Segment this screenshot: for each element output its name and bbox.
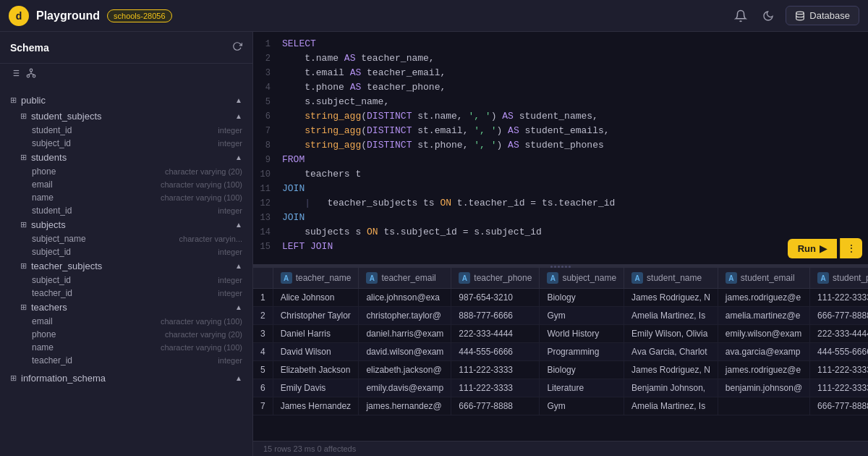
- table-item-teachers[interactable]: ⊞ teachers ▲: [0, 300, 252, 315]
- editor-lines: 1SELECT2 t.name AS teacher_name,3 t.emai…: [253, 38, 868, 255]
- line-content: string_agg(DISTINCT st.name, ', ') AS st…: [282, 111, 598, 122]
- table-item-students[interactable]: ⊞ students ▲: [0, 150, 252, 165]
- table-icon: ⊞: [20, 153, 27, 162]
- table-cell: Programming: [540, 343, 624, 361]
- table-cell: 222-333-4444,: [810, 325, 868, 343]
- table-item-teacher-subjects[interactable]: ⊞ teacher_subjects ▲: [0, 258, 252, 274]
- result-column-header: Astudent_email: [718, 268, 809, 289]
- result-column-header: Ateacher_name: [273, 268, 359, 289]
- table-cell: 111-222-3333,: [810, 379, 868, 397]
- result-column-header: Astudent_ph: [810, 268, 868, 289]
- column-t-email: email character varying (100): [0, 315, 252, 328]
- col-type-badge: A: [366, 272, 378, 284]
- run-label: Run: [798, 243, 816, 254]
- table-cell: ava.garcia@examp: [718, 343, 809, 361]
- table-cell: daniel.harris@exam: [359, 325, 451, 343]
- row-number: 7: [253, 397, 273, 415]
- refresh-icon[interactable]: [232, 41, 242, 54]
- column-phone: phone character varying (20): [0, 165, 252, 178]
- svg-point-0: [796, 12, 804, 14]
- run-icon: ▶: [820, 243, 827, 254]
- schema-group-information[interactable]: ⊞ information_schema ▲: [0, 370, 252, 387]
- line-number: 7: [253, 126, 282, 136]
- row-num-header: [253, 268, 273, 289]
- table-item-subjects[interactable]: ⊞ subjects ▲: [0, 217, 252, 232]
- svg-line-11: [28, 74, 31, 75]
- result-column-header: Ateacher_phone: [451, 268, 540, 289]
- schema-group-public[interactable]: ⊞ public ▲: [0, 92, 252, 109]
- table-cell: 666-777-8888: [810, 397, 868, 415]
- table-cell: amelia.martinez@e: [718, 307, 809, 325]
- line-number: 3: [253, 68, 282, 78]
- table-row: 7James Hernandezjames.hernandez@666-777-…: [253, 397, 868, 415]
- column-t-name: name character varying (100): [0, 341, 252, 354]
- results-table-wrap[interactable]: Ateacher_nameAteacher_emailAteacher_phon…: [253, 268, 868, 441]
- table-cell: Emily Davis: [273, 379, 359, 397]
- col-type-badge: A: [547, 272, 558, 284]
- column-student-id: student_id integer: [0, 124, 252, 137]
- line-content: teachers t: [282, 169, 361, 180]
- table-cell: emily.davis@examp: [359, 379, 451, 397]
- table-cell: james.rodriguez@e: [718, 361, 809, 379]
- table-item-student-subjects[interactable]: ⊞ student_subjects ▲: [0, 109, 252, 124]
- table-cell: Emily Wilson, Olivia: [624, 325, 718, 343]
- line-content: | teacher_subjects ts ON t.teacher_id = …: [282, 198, 615, 208]
- code-line: 3 t.email AS teacher_email,: [253, 67, 868, 81]
- code-editor[interactable]: 1SELECT2 t.name AS teacher_name,3 t.emai…: [253, 32, 868, 265]
- table-cell: james.hernandez@: [359, 397, 451, 415]
- table-row: 3Daniel Harrisdaniel.harris@exam222-333-…: [253, 325, 868, 343]
- run-button[interactable]: Run ▶: [788, 239, 837, 258]
- table-row: 4David Wilsondavid.wilson@exam444-555-66…: [253, 343, 868, 361]
- table-cell: Amelia Martinez, Is: [624, 397, 718, 415]
- right-panel: 1SELECT2 t.name AS teacher_name,3 t.emai…: [253, 32, 868, 456]
- line-number: 13: [253, 213, 282, 223]
- run-menu-button[interactable]: ⋮: [840, 238, 862, 258]
- theme-toggle-icon[interactable]: [758, 6, 778, 26]
- schema-section-information: ⊞ information_schema ▲: [0, 368, 252, 388]
- table-cell: Gym: [540, 307, 624, 325]
- database-button[interactable]: Database: [786, 6, 859, 25]
- notification-icon[interactable]: [731, 6, 751, 26]
- table-cell: 111-222-3333: [451, 379, 540, 397]
- table-cell: 111-222-3333,: [810, 361, 868, 379]
- line-content: JOIN: [282, 183, 305, 194]
- column-subject-id: subject_id integer: [0, 137, 252, 150]
- line-number: 5: [253, 97, 282, 107]
- sidebar: Schema ⊞ public ▲: [0, 32, 253, 456]
- sidebar-content: ⊞ public ▲ ⊞ student_subjects ▲ student_…: [0, 85, 252, 456]
- column-email: email character varying (100): [0, 178, 252, 191]
- table-cell: 444-555-6666: [451, 343, 540, 361]
- line-number: 4: [253, 83, 282, 93]
- app-title: Playground: [36, 9, 100, 22]
- results-table: Ateacher_nameAteacher_emailAteacher_phon…: [253, 268, 868, 415]
- list-icon[interactable]: [10, 68, 20, 80]
- table-cell: James Rodriguez, N: [624, 289, 718, 307]
- sidebar-header: Schema: [0, 32, 252, 64]
- column-student-id2: student_id integer: [0, 204, 252, 217]
- table-cell: emily.wilson@exam: [718, 325, 809, 343]
- table-icon: ⊞: [20, 220, 27, 229]
- table-cell: elizabeth.jackson@: [359, 361, 451, 379]
- app-logo: d: [9, 6, 29, 26]
- sidebar-tools: [0, 64, 252, 85]
- table-cell: Alice Johnson: [273, 289, 359, 307]
- table-cell: James Hernandez: [273, 397, 359, 415]
- line-content: LEFT JOIN: [282, 241, 333, 252]
- line-content: string_agg(DISTINCT st.email, ', ') AS s…: [282, 125, 610, 136]
- code-line: 14 subjects s ON ts.subject_id = s.subje…: [253, 226, 868, 240]
- results-tbody: 1Alice Johnsonalice.johnson@exa987-654-3…: [253, 289, 868, 415]
- line-number: 10: [253, 169, 282, 180]
- table-cell: Biology: [540, 289, 624, 307]
- col-type-badge: A: [726, 272, 737, 284]
- column-t-teacher-id: teacher_id integer: [0, 354, 252, 367]
- line-number: 2: [253, 54, 282, 64]
- connection-badge[interactable]: schools-28056: [107, 9, 172, 22]
- code-line: 15LEFT JOIN: [253, 240, 868, 255]
- line-number: 6: [253, 111, 282, 122]
- code-line: 7 string_agg(DISTINCT st.email, ', ') AS…: [253, 124, 868, 139]
- tree-icon[interactable]: [26, 68, 36, 80]
- chevron-up-icon: ▲: [235, 96, 242, 104]
- table-cell: 111-222-3333,: [810, 289, 868, 307]
- row-number: 3: [253, 325, 273, 343]
- line-content: t.phone AS teacher_phone,: [282, 82, 446, 93]
